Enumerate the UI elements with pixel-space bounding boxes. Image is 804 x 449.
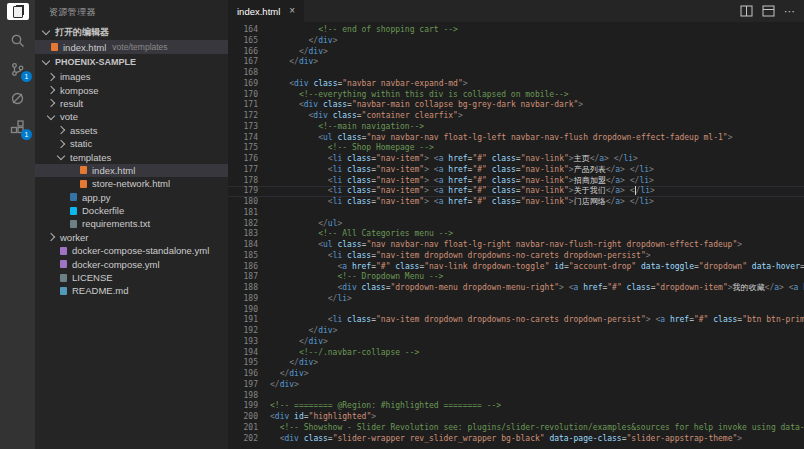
code-line-179[interactable]: 179 <li class="nav-item"> <a href="#" cl…: [228, 186, 804, 197]
tree-item-folder-worker[interactable]: worker: [35, 231, 228, 244]
code-line-text: </div>: [270, 369, 309, 380]
chevron-down-icon: [57, 152, 65, 160]
tree-item-label: images: [60, 71, 91, 82]
line-number: 178: [228, 176, 270, 187]
code-line-184[interactable]: 184 <ul class="nav navbar-nav float-lg-r…: [228, 240, 804, 251]
code-line-178[interactable]: 178 <li class="nav-item"> <a href="#" cl…: [228, 176, 804, 187]
open-editors-header[interactable]: 打开的编辑器: [35, 24, 228, 40]
line-number: 176: [228, 154, 270, 165]
code-line-180[interactable]: 180 <li class="nav-item"> <a href="#" cl…: [228, 197, 804, 208]
code-line-192[interactable]: 192 </div>: [228, 326, 804, 337]
code-line-197[interactable]: 197</div>: [228, 380, 804, 391]
code-line-text: <li class="nav-item"> <a href="#" class=…: [270, 165, 654, 176]
line-number: 164: [228, 25, 270, 36]
tab-label: index.html: [237, 6, 280, 17]
code-line-168[interactable]: 168: [228, 68, 804, 79]
code-line-194[interactable]: 194 <!--/.navbar-collapse -->: [228, 348, 804, 359]
code-line-189[interactable]: 189 </li>: [228, 294, 804, 305]
code-line-191[interactable]: 191 <li class="nav-item dropdown dropdow…: [228, 315, 804, 326]
code-line-186[interactable]: 186 <a href="#" class="nav-link dropdown…: [228, 262, 804, 273]
chevron-down-icon: [47, 112, 55, 120]
code-line-176[interactable]: 176 <li class="nav-item"> <a href="#" cl…: [228, 154, 804, 165]
code-line-202[interactable]: 202 <div class="slider-wrapper rev_slide…: [228, 434, 804, 445]
code-line-169[interactable]: 169 <div class="navbar navbar-expand-md"…: [228, 79, 804, 90]
tree-item-folder-images[interactable]: images: [35, 70, 228, 83]
split-editor-button[interactable]: [740, 5, 753, 17]
code-line-165[interactable]: 165 </div>: [228, 36, 804, 47]
code-line-177[interactable]: 177 <li class="nav-item"> <a href="#" cl…: [228, 165, 804, 176]
extensions-badge: 1: [21, 129, 32, 140]
code-line-text: </div>: [270, 380, 299, 391]
source-control-icon-button[interactable]: 1: [0, 55, 35, 84]
close-icon[interactable]: ×: [289, 6, 295, 16]
code-area[interactable]: 164 <!-- end of shopping cart -->165 </d…: [228, 22, 804, 449]
tab-index-html[interactable]: index.html ×: [228, 0, 304, 22]
code-line-181[interactable]: 181: [228, 208, 804, 219]
chevron-right-icon: [47, 99, 55, 107]
line-number: 181: [228, 208, 270, 219]
tree-item-file-docker-compose.yml[interactable]: docker-compose.yml: [35, 257, 228, 270]
code-line-198[interactable]: 198: [228, 391, 804, 402]
tree-item-file-store-network.html[interactable]: store-network.html: [35, 177, 228, 190]
tree-item-file-Dockerfile[interactable]: Dockerfile: [35, 204, 228, 217]
docker-file-icon: [70, 207, 77, 215]
line-number: 190: [228, 305, 270, 316]
code-line-166[interactable]: 166 </div>: [228, 47, 804, 58]
code-line-193[interactable]: 193 </div>: [228, 337, 804, 348]
tree-item-folder-static[interactable]: static: [35, 137, 228, 150]
code-line-173[interactable]: 173 <!--main navigation-->: [228, 122, 804, 133]
tree-item-file-requirements.txt[interactable]: requirements.txt: [35, 217, 228, 230]
code-line-170[interactable]: 170 <!--everything within this div is co…: [228, 90, 804, 101]
code-line-171[interactable]: 171 <div class="navbar-main collapse bg-…: [228, 100, 804, 111]
code-line-text: <li class="nav-item"> <a href="#" class=…: [270, 176, 654, 187]
code-line-text: </div>: [270, 337, 328, 348]
code-line-183[interactable]: 183 <!-- All Categories menu -->: [228, 229, 804, 240]
line-number: 173: [228, 122, 270, 133]
code-line-text: <!-- end of shopping cart -->: [270, 25, 458, 36]
code-line-text: <ul class="nav navbar-nav float-lg-right…: [270, 240, 742, 251]
code-line-164[interactable]: 164 <!-- end of shopping cart -->: [228, 25, 804, 36]
code-line-182[interactable]: 182 </ul>: [228, 219, 804, 230]
tree-item-file-app.py[interactable]: app.py: [35, 191, 228, 204]
code-line-text: <div class="dropdown-menu dropdown-menu-…: [270, 283, 804, 294]
extensions-icon-button[interactable]: 1: [0, 113, 35, 142]
project-root-label: PHOENIX-SAMPLE: [55, 57, 136, 67]
code-line-188[interactable]: 188 <div class="dropdown-menu dropdown-m…: [228, 283, 804, 294]
code-line-200[interactable]: 200<div id="highlighted">: [228, 412, 804, 423]
search-icon-button[interactable]: [0, 26, 35, 55]
line-number: 188: [228, 283, 270, 294]
code-line-190[interactable]: 190: [228, 305, 804, 316]
tree-item-folder-result[interactable]: result: [35, 97, 228, 110]
tree-item-file-index.html[interactable]: index.html: [35, 164, 228, 177]
toggle-layout-button[interactable]: [762, 5, 775, 17]
tree-item-file-LICENSE[interactable]: LICENSE: [35, 271, 228, 284]
project-root-header[interactable]: PHOENIX-SAMPLE: [35, 54, 228, 70]
explorer-sidebar: 资源管理器 打开的编辑器 index.html vote/templates P…: [35, 0, 228, 449]
line-number: 192: [228, 326, 270, 337]
code-line-196[interactable]: 196 </div>: [228, 369, 804, 380]
code-line-201[interactable]: 201 <!-- Showshow - Slider Revolution se…: [228, 423, 804, 434]
tree-item-label: templates: [70, 152, 111, 163]
tree-item-file-README.md[interactable]: README.md: [35, 284, 228, 297]
code-line-199[interactable]: 199<!-- ======== @Region: #highlighted =…: [228, 401, 804, 412]
code-line-187[interactable]: 187 <!-- Dropdown Menu -->: [228, 272, 804, 283]
more-actions-button[interactable]: ⋯: [784, 5, 796, 18]
txt-file-icon: [60, 274, 67, 282]
tree-item-folder-assets[interactable]: assets: [35, 124, 228, 137]
code-line-175[interactable]: 175 <!-- Shop Homepage -->: [228, 143, 804, 154]
code-line-text: </div>: [270, 358, 318, 369]
open-editor-item-index-html[interactable]: index.html vote/templates: [35, 40, 228, 54]
debug-icon-button[interactable]: [0, 84, 35, 113]
tree-item-file-docker-compose-standalone.yml[interactable]: docker-compose-standalone.yml: [35, 244, 228, 257]
tree-item-folder-kompose[interactable]: kompose: [35, 83, 228, 96]
code-line-195[interactable]: 195 </div>: [228, 358, 804, 369]
tree-item-label: store-network.html: [92, 178, 170, 189]
tree-item-label: vote: [60, 111, 78, 122]
tree-item-folder-vote[interactable]: vote: [35, 110, 228, 123]
code-line-174[interactable]: 174 <ul class="nav navbar-nav float-lg-l…: [228, 133, 804, 144]
code-line-167[interactable]: 167 </div>: [228, 57, 804, 68]
line-number: 202: [228, 434, 270, 445]
code-line-172[interactable]: 172 <div class="container clearfix">: [228, 111, 804, 122]
tree-item-folder-templates[interactable]: templates: [35, 150, 228, 163]
code-line-185[interactable]: 185 <li class="nav-item dropdown dropdow…: [228, 251, 804, 262]
